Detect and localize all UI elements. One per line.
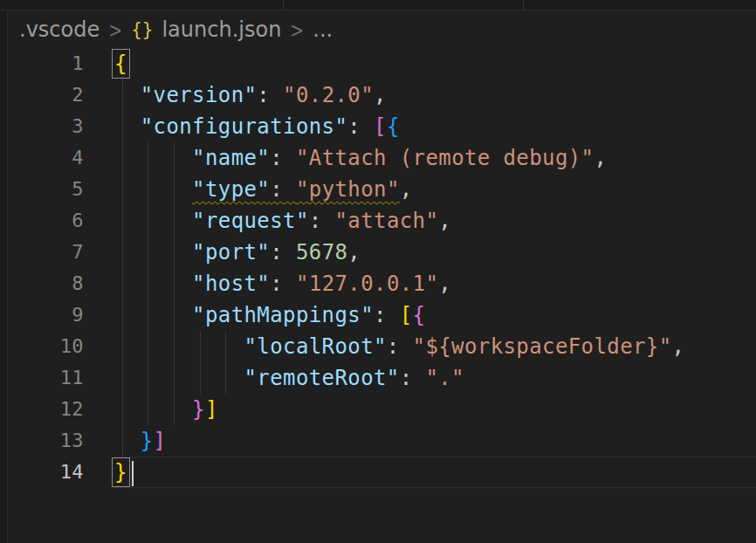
- token: [114, 397, 192, 422]
- code-line-content[interactable]: "name": "Attach (remote debug)",: [114, 142, 756, 174]
- line-number[interactable]: 12: [8, 394, 84, 425]
- token: ,: [672, 334, 685, 359]
- code-line-content[interactable]: {: [114, 48, 756, 79]
- token: {: [413, 303, 426, 327]
- token: [400, 334, 413, 359]
- code-line-content[interactable]: }]: [114, 425, 756, 457]
- token: [114, 114, 141, 139]
- token: "127.0.0.1": [296, 272, 438, 296]
- chevron-right-icon: >: [290, 17, 304, 43]
- token: [: [400, 303, 413, 327]
- token: "python": [296, 177, 400, 202]
- token: ".": [425, 366, 464, 390]
- code-editor[interactable]: 1{2 "version": "0.2.0",3 "configurations…: [8, 48, 756, 488]
- code-line[interactable]: 11 "remoteRoot": ".": [8, 362, 756, 394]
- code-line[interactable]: 7 "port": 5678,: [8, 237, 756, 268]
- code-line[interactable]: 2 "version": "0.2.0",: [8, 79, 756, 111]
- token: "host": [192, 272, 270, 296]
- token: }: [192, 397, 205, 422]
- code-line[interactable]: 1{: [8, 48, 756, 79]
- token: :: [270, 272, 283, 296]
- line-number[interactable]: 4: [8, 142, 84, 174]
- line-number[interactable]: 8: [8, 268, 84, 299]
- code-line[interactable]: 4 "name": "Attach (remote debug)",: [8, 142, 756, 174]
- line-number[interactable]: 6: [8, 205, 84, 237]
- token: [114, 303, 192, 327]
- code-line[interactable]: 6 "request": "attach",: [8, 205, 756, 237]
- line-number[interactable]: 1: [8, 48, 84, 79]
- token: [114, 366, 244, 390]
- token: :: [270, 146, 283, 170]
- line-number[interactable]: 14: [8, 457, 84, 488]
- code-line-content[interactable]: "configurations": [{: [114, 111, 756, 142]
- line-number[interactable]: 11: [8, 362, 84, 394]
- token: "pathMappings": [192, 303, 374, 327]
- code-line[interactable]: 5 "type": "python",: [8, 174, 756, 205]
- code-line-content[interactable]: "localRoot": "${workspaceFolder}",: [114, 331, 756, 362]
- token: [: [374, 114, 387, 139]
- token: }: [114, 460, 127, 485]
- token: "0.2.0": [283, 83, 374, 107]
- line-number[interactable]: 10: [8, 331, 84, 362]
- line-number[interactable]: 3: [8, 111, 84, 142]
- token: [283, 240, 296, 265]
- code-line[interactable]: 10 "localRoot": "${workspaceFolder}",: [8, 331, 756, 362]
- code-line-content[interactable]: "version": "0.2.0",: [114, 79, 756, 111]
- code-line[interactable]: 8 "host": "127.0.0.1",: [8, 268, 756, 299]
- token: [114, 209, 192, 233]
- breadcrumb: .vscode > {} launch.json > ...: [19, 17, 333, 43]
- token: "version": [141, 83, 258, 107]
- code-line[interactable]: 14}: [8, 457, 756, 488]
- code-line-content[interactable]: "pathMappings": [{: [114, 299, 756, 331]
- line-number[interactable]: 7: [8, 237, 84, 268]
- line-number[interactable]: 2: [8, 79, 84, 111]
- token: [413, 366, 426, 390]
- token: [114, 272, 192, 296]
- token: [114, 83, 141, 107]
- vscode-window: .vscode > {} launch.json > ... 1{2 "vers…: [0, 0, 756, 543]
- tab-bar: [0, 0, 756, 10]
- token: "localRoot": [244, 334, 387, 359]
- token: "name": [192, 146, 270, 170]
- token: "request": [192, 209, 309, 233]
- line-number[interactable]: 9: [8, 299, 84, 331]
- line-number[interactable]: 13: [8, 425, 84, 457]
- token: :: [347, 114, 361, 139]
- token: [114, 146, 192, 170]
- chevron-right-icon: >: [108, 17, 122, 43]
- token: [114, 334, 244, 359]
- token: [361, 114, 374, 139]
- token: ]: [205, 397, 218, 422]
- token: "remoteRoot": [244, 366, 400, 390]
- token: "type": [192, 177, 270, 202]
- code-line-content[interactable]: "request": "attach",: [114, 205, 756, 237]
- token: {: [387, 114, 400, 139]
- token: [283, 177, 296, 202]
- code-line[interactable]: 3 "configurations": [{: [8, 111, 756, 142]
- code-line[interactable]: 12 }]: [8, 394, 756, 425]
- token: 5678: [296, 240, 347, 265]
- code-line-content[interactable]: "type": "python",: [114, 174, 756, 205]
- token: :: [270, 177, 283, 202]
- breadcrumb-item-symbol-ellipsis[interactable]: ...: [313, 17, 333, 42]
- token: :: [387, 334, 400, 359]
- token: [322, 209, 335, 233]
- breadcrumb-item-vscode[interactable]: .vscode: [19, 17, 100, 42]
- code-line-content[interactable]: "remoteRoot": ".": [114, 362, 756, 394]
- breadcrumb-item-launch-json[interactable]: launch.json: [162, 17, 281, 42]
- token: [114, 177, 192, 202]
- code-line-content[interactable]: }: [114, 457, 756, 488]
- code-line-content[interactable]: }]: [114, 394, 756, 425]
- token: [283, 146, 296, 170]
- token: "port": [192, 240, 270, 265]
- token: [114, 240, 192, 265]
- code-line-content[interactable]: "port": 5678,: [114, 237, 756, 268]
- token: :: [270, 240, 283, 265]
- token: "attach": [334, 209, 438, 233]
- code-line-content[interactable]: "host": "127.0.0.1",: [114, 268, 756, 299]
- token: [270, 83, 283, 107]
- code-line[interactable]: 9 "pathMappings": [{: [8, 299, 756, 331]
- line-number[interactable]: 5: [8, 174, 84, 205]
- token: [387, 303, 400, 327]
- code-line[interactable]: 13 }]: [8, 425, 756, 457]
